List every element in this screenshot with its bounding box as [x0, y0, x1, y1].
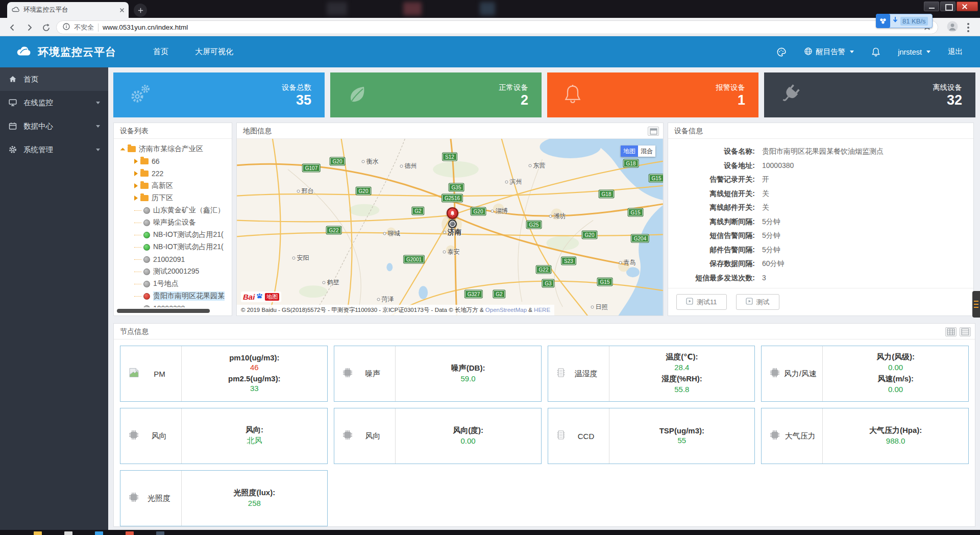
sidebar-item-1[interactable]: 在线监控 [0, 91, 108, 114]
sensor-card-1[interactable]: 噪声 噪声(DB): 59.0 [334, 346, 542, 402]
security-label[interactable]: 不安全 [74, 23, 94, 32]
tree-item-label[interactable]: 测试20001295 [153, 267, 199, 276]
test-button-1[interactable]: 测试 [736, 294, 779, 310]
tree-item[interactable]: 222 [119, 167, 232, 180]
tree-item[interactable]: 66 [119, 155, 232, 167]
city-dot-icon [292, 256, 296, 259]
taskbar-icon[interactable] [95, 531, 103, 535]
taskbar-icon[interactable] [126, 531, 134, 535]
chevron-down-icon [96, 125, 100, 128]
browser-tab[interactable]: 环境监控云平台 [7, 2, 129, 18]
expand-icon[interactable] [648, 127, 659, 136]
new-tab-button[interactable] [134, 4, 147, 17]
tree-expand-icon[interactable] [134, 196, 138, 201]
avatar[interactable] [947, 21, 958, 34]
tree-item[interactable]: 测试20001295 [119, 265, 232, 278]
tree-item[interactable]: 噪声扬尘设备 [119, 216, 232, 229]
sensor-card-7[interactable]: 大气压力 大气压力(Hpa): 988.0 [761, 408, 969, 464]
tree-item-label[interactable]: 222 [152, 169, 163, 178]
logout-button[interactable]: 退出 [948, 47, 963, 57]
taskbar-icon[interactable] [64, 531, 72, 535]
window-restore-button[interactable] [940, 2, 955, 11]
tree-item[interactable]: NB-IOT测试勿占用21( [119, 229, 232, 241]
bell-icon[interactable] [871, 47, 880, 57]
reload-icon[interactable] [41, 22, 51, 33]
nav-item-1[interactable]: 大屏可视化 [195, 47, 233, 57]
tab-close-icon[interactable] [119, 6, 125, 15]
device-info-row: 短信最多发送次数: 3 [668, 274, 973, 283]
taskbar-icon[interactable] [34, 531, 42, 535]
attribution-here[interactable]: HERE [534, 307, 550, 313]
forward-icon[interactable] [24, 22, 35, 33]
sensor-card-8[interactable]: 光照度 光照度(lux): 258 [120, 470, 328, 526]
tree-item-label[interactable]: 高新区 [152, 181, 173, 190]
map-marker-offline[interactable] [448, 220, 457, 228]
tree-item-label[interactable]: 10002388 [153, 304, 185, 307]
field-value: 10000380 [762, 161, 794, 169]
map-type-map-button[interactable]: 地图 [621, 145, 638, 157]
device-info-row: 离线短信开关: 关 [668, 189, 973, 199]
tree-item-label[interactable]: 山东黄金矿业（鑫汇） [153, 206, 225, 215]
user-dropdown[interactable]: jnrstest [898, 48, 930, 56]
tree-item[interactable]: 高新区 [119, 180, 232, 192]
tree-expand-icon[interactable] [134, 183, 138, 188]
tree-item-label[interactable]: 66 [152, 157, 160, 165]
address-bar[interactable]: 不安全 www.0531yun.cn/index.html [56, 20, 938, 34]
attribution-osm[interactable]: OpenStreetMap [485, 307, 527, 313]
horizontal-scrollbar[interactable] [117, 309, 210, 313]
sidebar-item-0[interactable]: 首页 [0, 67, 108, 91]
sensor-card-6[interactable]: CCD TSP(ug/m3): 55 [548, 408, 755, 464]
tree-item-label[interactable]: 21002091 [153, 255, 185, 263]
sensor-card-2[interactable]: 温湿度 温度(℃): 28.4湿度(%RH): 55.8 [548, 346, 755, 402]
back-icon[interactable] [7, 22, 17, 33]
device-info-panel: 设备信息 设备名称: 贵阳市南明区花果园某餐饮油烟监测点 设备地址: 10000… [668, 123, 974, 316]
tree-item-label[interactable]: 1号地点 [153, 279, 179, 288]
url-text[interactable]: www.0531yun.cn/index.html [103, 23, 188, 31]
nav-item-0[interactable]: 首页 [153, 47, 168, 57]
tree-item[interactable]: 21002091 [119, 253, 232, 265]
map-city-label: 德州 [400, 162, 417, 171]
window-minimize-button[interactable] [924, 2, 939, 11]
window-close-button[interactable] [957, 2, 978, 11]
map-marker-alarm[interactable] [447, 207, 458, 219]
tree-item[interactable]: 济南市某综合产业区 [119, 143, 232, 155]
map-type-hybrid-button[interactable]: 混合 [638, 145, 655, 157]
info-icon[interactable] [63, 23, 70, 32]
alert-dropdown[interactable]: 醒目告警 [804, 47, 854, 57]
tree-item-label[interactable]: 济南市某综合产业区 [139, 144, 203, 154]
sidebar-item-2[interactable]: 数据中心 [0, 114, 108, 138]
tree-collapse-icon[interactable] [120, 148, 126, 153]
sensor-card-3[interactable]: 风力/风速 风力(风级): 0.00风速(m/s): 0.00 [761, 346, 969, 402]
download-speed-badge[interactable]: 81 KB/s [876, 14, 933, 28]
tree-item-label[interactable]: 历下区 [152, 193, 173, 203]
download-speed-text: 81 KB/s [900, 17, 928, 26]
tree-item[interactable]: 10002388 [119, 302, 232, 307]
tree-item-label[interactable]: 噪声扬尘设备 [153, 218, 196, 227]
test-button-0[interactable]: 测试11 [676, 294, 727, 310]
sensor-card-4[interactable]: 风向 风向: 北风 [120, 408, 328, 464]
tree-item-label[interactable]: NB-IOT测试勿占用21( [153, 242, 224, 252]
tree-item[interactable]: 历下区 [119, 192, 232, 204]
side-float-widget[interactable] [972, 291, 980, 318]
palette-icon[interactable] [776, 47, 787, 57]
browser-menu-icon[interactable] [967, 23, 969, 32]
tree-item-label[interactable]: 贵阳市南明区花果园某 [153, 291, 225, 301]
tree-item[interactable]: 山东黄金矿业（鑫汇） [119, 204, 232, 216]
settings-icon [8, 145, 17, 154]
tree-item[interactable]: NB-IOT测试勿占用21( [119, 241, 232, 253]
tree-item[interactable]: 贵阳市南明区花果园某 [119, 290, 232, 302]
brand-title: 环境监控云平台 [38, 45, 116, 59]
sensor-card-0[interactable]: PM pm10(ug/m3): 46pm2.5(ug/m3): 33 [120, 346, 328, 402]
card-view-icon[interactable] [960, 327, 971, 336]
tree-expand-icon[interactable] [134, 171, 138, 176]
tree-item-label[interactable]: NB-IOT测试勿占用21( [153, 230, 224, 239]
sidebar-item-3[interactable]: 系统管理 [0, 138, 108, 161]
grid-view-icon[interactable] [945, 327, 957, 336]
folder-icon [140, 171, 149, 177]
tree-item[interactable]: 1号地点 [119, 278, 232, 290]
map-canvas[interactable]: 地图 混合 Bai 地图 © 2019 Baidu - GS(2018)5572… [237, 139, 663, 315]
sensor-card-5[interactable]: 风向 风向(度): 0.00 [334, 408, 542, 464]
sidebar-item-label: 系统管理 [23, 145, 90, 155]
tree-expand-icon[interactable] [134, 159, 138, 164]
taskbar-icon[interactable] [156, 531, 164, 535]
